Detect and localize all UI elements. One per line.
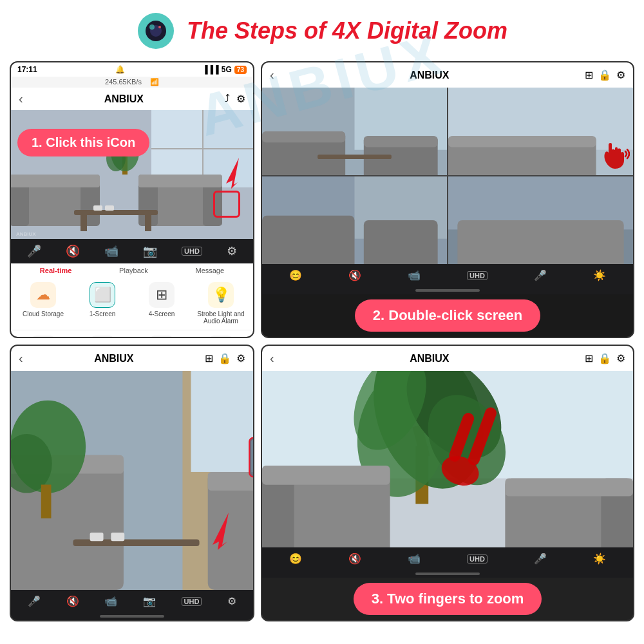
uhd-badge-main[interactable]: UHD [182, 247, 202, 256]
mic-icon[interactable]: 🎤 [27, 244, 41, 258]
svg-rect-48 [191, 371, 253, 472]
four-screen-icon: ⊞ [149, 282, 175, 308]
svg-rect-13 [11, 175, 100, 187]
mic-zoom-icon[interactable]: 🎤 [28, 595, 41, 607]
svg-rect-41 [262, 216, 355, 264]
label-playback[interactable]: Playback [119, 267, 148, 274]
home-indicator-4 [262, 570, 633, 578]
feature-strobe[interactable]: 💡 Strobe Light and Audio Alarm [191, 282, 251, 325]
uhd-badge-final[interactable]: UHD [467, 554, 488, 564]
time-display: 17:11 [17, 65, 37, 74]
feature-cruise[interactable]: 📍 Cruise Control [191, 336, 251, 338]
svg-rect-58 [41, 485, 52, 518]
split-lock-icon[interactable]: 🔒 [598, 69, 611, 81]
svg-rect-78 [505, 478, 633, 497]
zoom-lock-icon[interactable]: 🔒 [218, 352, 231, 365]
highlight-box [213, 191, 240, 218]
svg-rect-33 [317, 155, 392, 159]
zoom-nav-icons: ⊞ 🔒 ⚙ [205, 352, 245, 365]
final-nav-title: ANBIUX [410, 353, 449, 365]
vol-final-icon[interactable]: 🔇 [348, 553, 361, 565]
rec-final-icon[interactable]: 📹 [408, 553, 421, 565]
emoji-icon[interactable]: 😊 [289, 269, 302, 281]
split-settings-icon[interactable]: ⚙ [616, 69, 625, 81]
cam-zoom-icon[interactable]: 📷 [143, 595, 156, 607]
zoom-grid-icon[interactable]: ⊞ [205, 352, 213, 365]
main-grid: 17:11 🔔 ▐▐▐ 5G 73 245.65KB/s 📶 ‹ ANBIUX … [0, 58, 644, 631]
final-back[interactable]: ‹ [270, 351, 274, 366]
network-type: 5G [222, 65, 232, 74]
share-icon[interactable]: ⤴ [225, 93, 230, 105]
feature-4screen[interactable]: ⊞ 4-Screen [132, 282, 191, 325]
brightness-split-icon[interactable]: ☀️ [593, 269, 606, 281]
mic-final-icon[interactable]: 🎤 [534, 553, 547, 565]
settings-icon[interactable]: ⚙ [236, 93, 245, 105]
uhd-badge-split[interactable]: UHD [467, 271, 488, 280]
svg-point-3 [149, 24, 155, 30]
header: The Steps of 4X Digital Zoom [0, 0, 644, 58]
zoom-settings-icon[interactable]: ⚙ [236, 352, 245, 365]
rec-zoom-icon[interactable]: 📹 [104, 595, 117, 607]
bright-zoom-icon[interactable]: ⚙ [227, 595, 236, 607]
final-nav: ‹ ANBIUX ⊞ 🔒 ⚙ [262, 346, 633, 371]
camera-icon[interactable]: 📷 [143, 244, 157, 258]
svg-rect-75 [262, 466, 390, 485]
svg-rect-38 [448, 136, 596, 147]
speed-display: 245.65KB/s 📶 [11, 77, 253, 88]
motion-tracking-icon: 🔍 [90, 336, 115, 338]
record-split-icon[interactable]: 📹 [408, 269, 421, 281]
cloud-icon: ☁ [30, 282, 56, 308]
final-grid-icon[interactable]: ⊞ [585, 352, 593, 365]
notification-icon: 🔔 [115, 65, 125, 74]
feature-favorites[interactable]: ⭐ Favorites [132, 336, 191, 338]
brightness-icon[interactable]: ⚙ [227, 244, 237, 258]
svg-rect-17 [138, 175, 222, 187]
zoom-nav-title: ANBIUX [94, 353, 133, 365]
label-message[interactable]: Message [195, 267, 224, 274]
feature-motion[interactable]: 🔍 Motion Tracking [73, 336, 132, 338]
final-lock-icon[interactable]: 🔒 [598, 352, 611, 365]
split-back[interactable]: ‹ [270, 68, 274, 82]
uhd-badge-zoom[interactable]: UHD [182, 597, 202, 606]
toolbar-zoom: 🎤 🔇 📹 📷 UHD ⚙ [11, 590, 253, 612]
bright-final-icon[interactable]: ☀️ [593, 553, 606, 565]
svg-rect-19 [80, 215, 87, 231]
final-settings-icon[interactable]: ⚙ [616, 352, 625, 365]
split-grid-icon[interactable]: ⊞ [585, 69, 593, 81]
cta-bubble-2: 2. Double-click screen [355, 299, 540, 332]
feature-ptz[interactable]: 🎯 PTZ [14, 336, 73, 338]
one-screen-icon: ⬜ [90, 282, 115, 308]
toolbar-final: 😊 🔇 📹 UHD 🎤 ☀️ [262, 547, 633, 570]
status-bar: 17:11 🔔 ▐▐▐ 5G 73 [11, 62, 253, 77]
svg-rect-32 [364, 136, 438, 147]
svg-rect-62 [250, 439, 253, 477]
record-icon[interactable]: 📹 [104, 244, 118, 258]
zoom-back[interactable]: ‹ [19, 351, 23, 366]
feature-grid: ☁ Cloud Storage ⬜ 1-Screen ⊞ 4-Screen 💡 … [11, 277, 253, 330]
svg-rect-20 [145, 215, 151, 231]
emoji-final-icon[interactable]: 😊 [289, 553, 302, 565]
section-labels: Real-time Playback Message [11, 263, 253, 277]
signal-icon: ▐▐▐ [202, 65, 219, 74]
vol-zoom-icon[interactable]: 🔇 [66, 595, 79, 607]
label-realtime[interactable]: Real-time [40, 267, 72, 274]
favorites-icon: ⭐ [149, 336, 175, 338]
page-title: The Steps of 4X Digital Zoom [187, 17, 507, 44]
panel-zoom-intermediate: ‹ ANBIUX ⊞ 🔒 ⚙ [10, 345, 254, 621]
back-button[interactable]: ‹ [19, 91, 23, 106]
battery-badge: 73 [234, 66, 247, 74]
logo-icon [137, 12, 175, 50]
svg-rect-25 [105, 205, 114, 211]
svg-rect-18 [74, 210, 158, 215]
panel-split-view: ‹ ANBIUX ⊞ 🔒 ⚙ ANBIUX [261, 61, 634, 338]
volume-split-icon[interactable]: 🔇 [348, 269, 361, 281]
feature-cloud[interactable]: ☁ Cloud Storage [14, 282, 73, 325]
mic-split-icon[interactable]: 🎤 [534, 269, 547, 281]
svg-rect-24 [93, 205, 102, 211]
volume-icon[interactable]: 🔇 [66, 244, 80, 258]
feature-1screen[interactable]: ⬜ 1-Screen [73, 282, 132, 325]
cruise-icon: 📍 [208, 336, 234, 338]
split-nav-icons: ⊞ 🔒 ⚙ [585, 69, 625, 81]
nav-icons: ⤴ ⚙ [225, 93, 245, 105]
svg-text:ANBIUX: ANBIUX [16, 231, 36, 237]
